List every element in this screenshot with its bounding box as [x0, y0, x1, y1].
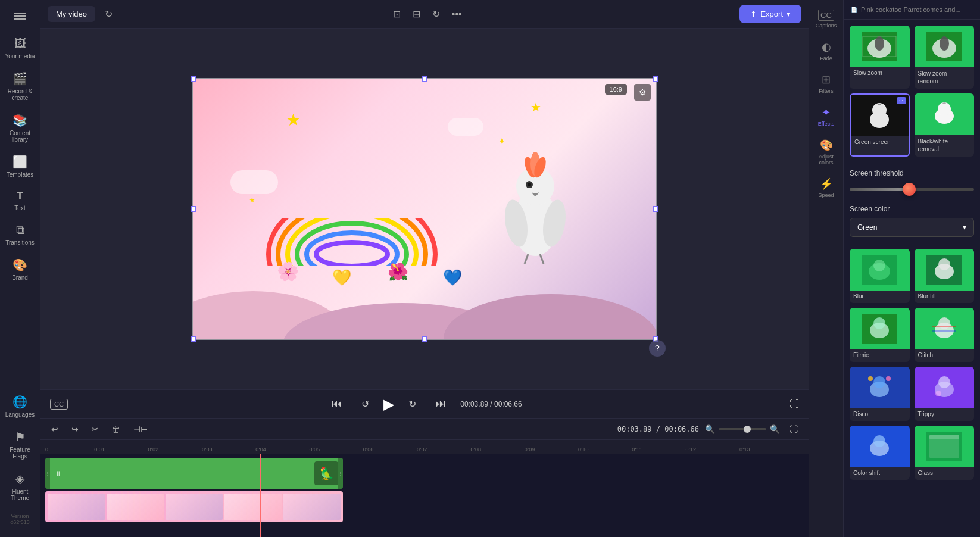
track-content: ⏸ — [50, 470, 338, 477]
track-thumbnails — [48, 494, 341, 520]
chevron-down-icon: ▾ — [963, 223, 966, 232]
corner-handle-bm[interactable] — [422, 336, 427, 342]
effect-label-glass: Glass — [915, 467, 975, 480]
split-button[interactable]: ⊣⊢ — [130, 422, 151, 436]
panel-header: 📄 Pink cockatoo Parrot comes and... — [844, 0, 980, 20]
canvas-frame: ★ ★ ✦ ★ — [192, 78, 657, 340]
corner-handle-tl[interactable] — [191, 76, 196, 82]
redo-button[interactable]: ↪ — [68, 422, 82, 436]
captions-button[interactable]: CC — [50, 399, 68, 410]
forward-button[interactable]: ↻ — [404, 396, 421, 412]
effect-thumb-bw-removal — [915, 93, 975, 135]
sidebar-item-content-library[interactable]: 📚 Contentlibrary — [2, 108, 38, 148]
effect-card-color-shift[interactable]: Color shift — [850, 426, 910, 480]
fullscreen-button[interactable]: ⛶ — [789, 399, 799, 410]
sidebar-item-brand[interactable]: 🎨 Brand — [2, 253, 38, 286]
flip-button[interactable]: ⊟ — [409, 5, 424, 23]
next-button[interactable]: ⏭ — [430, 395, 451, 413]
undo-button[interactable]: ↩ — [48, 422, 62, 436]
sidebar-item-text[interactable]: T Text — [2, 185, 38, 216]
effect-card-trippy[interactable]: Trippy — [915, 367, 975, 421]
expand-timeline-button[interactable]: ⛶ — [786, 422, 801, 436]
effects-item-adjust-colors[interactable]: 🎨 Adjustcolors — [811, 134, 842, 170]
sidebar-item-your-media[interactable]: 🖼 Your media — [2, 32, 38, 64]
video-track[interactable]: ⋮ ⏸ 🦜 ⋮ — [45, 458, 343, 489]
effect-card-bw-removal[interactable]: Black/whiteremoval — [915, 93, 975, 157]
effect-card-filmic[interactable]: Filmic — [850, 308, 910, 362]
effect-thumb-color-shift — [850, 426, 910, 467]
sidebar-item-languages[interactable]: 🌐 Languages — [2, 390, 38, 423]
record-icon: 🎬 — [13, 71, 27, 86]
fluent-theme-icon: ◈ — [15, 472, 24, 486]
effect-thumb-trippy — [915, 367, 975, 408]
cloud-2 — [448, 118, 483, 136]
rewind-button[interactable]: ↺ — [357, 396, 374, 412]
svg-point-13 — [528, 183, 531, 186]
effects-item-effects[interactable]: ✦ Effects — [811, 101, 842, 132]
sidebar-item-record-create[interactable]: 🎬 Record &create — [2, 67, 38, 106]
corner-handle-mr[interactable] — [653, 206, 658, 212]
effect-card-glitch[interactable]: Glitch — [915, 308, 975, 362]
effects-item-filters[interactable]: ⊞ Filters — [811, 68, 842, 99]
sidebar-item-feature-flags[interactable]: ⚑ FeatureFlags — [2, 425, 38, 464]
svg-point-23 — [875, 36, 884, 51]
more-options-button[interactable]: ••• — [448, 5, 466, 23]
sidebar-item-transitions[interactable]: ⧉ Transitions — [2, 218, 38, 251]
effect-thumb-slow-zoom-random — [915, 26, 975, 67]
effects-item-fade[interactable]: ◐ Fade — [811, 36, 842, 66]
svg-point-55 — [938, 376, 950, 388]
corner-handle-ml[interactable] — [191, 206, 196, 212]
svg-point-6 — [316, 242, 388, 266]
cut-button[interactable]: ✂ — [88, 422, 102, 436]
effect-card-disco[interactable]: Disco — [850, 367, 910, 421]
crop-button[interactable]: ⊡ — [389, 5, 404, 23]
export-button[interactable]: ⬆ Export ▾ — [739, 5, 801, 23]
screen-controls: Screen threshold Screen color Green ▾ — [844, 163, 980, 243]
effect-label-trippy: Trippy — [915, 408, 975, 421]
corner-handle-tr[interactable] — [653, 76, 658, 82]
zoom-out-button[interactable]: 🔍 — [705, 424, 715, 434]
timeline-area: ↩ ↪ ✂ 🗑 ⊣⊢ 00:03.89 / 00:06.66 🔍 🔍 ⛶ — [40, 418, 809, 537]
project-name-button[interactable]: My video — [48, 6, 95, 22]
sidebar-item-templates[interactable]: ⬜ Templates — [2, 150, 38, 183]
templates-icon: ⬜ — [13, 155, 27, 169]
zoom-in-button[interactable]: 🔍 — [770, 424, 780, 434]
prev-button[interactable]: ⏮ — [327, 395, 347, 413]
corner-handle-tm[interactable] — [422, 76, 427, 82]
effect-card-blur[interactable]: Blur — [850, 249, 910, 303]
sidebar-item-fluent-theme[interactable]: ◈ FluentTheme — [2, 467, 38, 506]
zoom-slider[interactable] — [719, 428, 766, 430]
threshold-slider-container[interactable] — [850, 183, 974, 195]
effects-grid-bottom: Blur Blur fill Filmic — [844, 243, 980, 486]
effects-item-speed[interactable]: ⚡ Speed — [811, 173, 842, 203]
screen-color-select[interactable]: Green ▾ — [850, 218, 974, 237]
svg-point-52 — [886, 376, 891, 381]
refresh-button[interactable]: ↻ — [102, 6, 115, 22]
effect-card-slow-zoom[interactable]: Slow zoom — [850, 26, 910, 89]
help-button[interactable]: ? — [649, 340, 666, 357]
feature-flags-icon: ⚑ — [15, 430, 26, 444]
star-decoration-4: ★ — [249, 196, 255, 204]
effect-thumb-disco — [850, 367, 910, 408]
audio-track[interactable] — [45, 491, 343, 522]
corner-handle-bl[interactable] — [191, 336, 196, 342]
rotate-button[interactable]: ↻ — [429, 5, 444, 23]
effect-card-slow-zoom-random[interactable]: Slow zoomrandom — [915, 26, 975, 89]
delete-button[interactable]: 🗑 — [108, 422, 124, 436]
svg-point-33 — [938, 102, 951, 115]
track-handle-left[interactable]: ⋮ — [45, 458, 50, 489]
effect-card-glass[interactable]: Glass — [915, 426, 975, 480]
play-button[interactable]: ▶ — [383, 396, 394, 413]
export-icon: ⬆ — [750, 10, 757, 18]
settings-handle[interactable]: ⚙ — [634, 84, 651, 101]
slider-thumb[interactable] — [903, 183, 916, 196]
effect-card-green-screen[interactable]: ⋯ Green screen — [850, 93, 910, 157]
hamburger-menu[interactable] — [8, 5, 32, 27]
track-handle-right[interactable]: ⋮ — [338, 458, 343, 489]
effects-item-captions[interactable]: CC Captions — [811, 5, 842, 33]
effect-card-blur-fill[interactable]: Blur fill — [915, 249, 975, 303]
main-content: My video ↻ ⊡ ⊟ ↻ ••• ⬆ Export ▾ ★ ★ ✦ ★ — [40, 0, 809, 537]
zoom-thumb — [744, 426, 751, 433]
timeline-ruler: 0 0:01 0:02 0:03 0:04 0:05 0:06 0:07 0:0… — [40, 440, 809, 454]
timeline-scroll: 0 0:01 0:02 0:03 0:04 0:05 0:06 0:07 0:0… — [40, 440, 809, 537]
